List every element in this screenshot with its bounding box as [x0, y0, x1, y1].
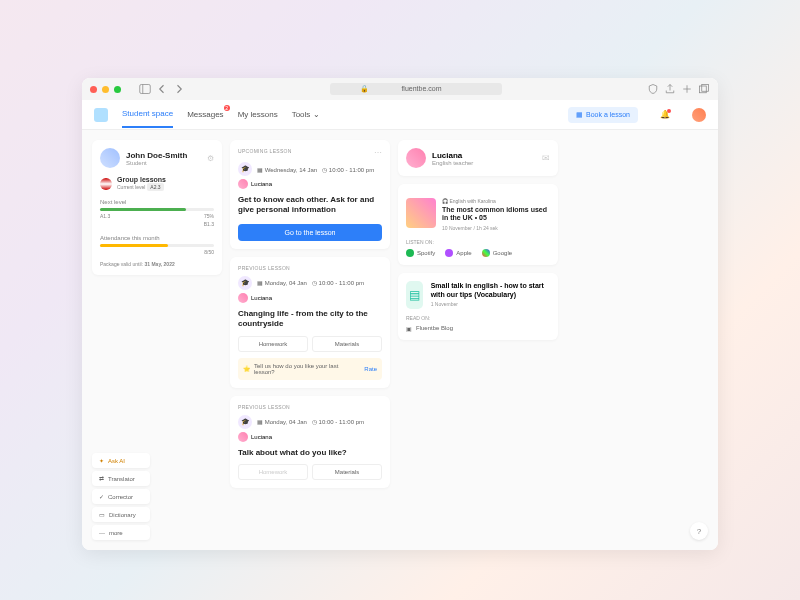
svg-rect-2	[700, 86, 707, 93]
svg-rect-0	[140, 85, 151, 94]
upcoming-title: Get to know each other. Ask for and give…	[238, 195, 382, 216]
materials-button[interactable]: Materials	[312, 464, 382, 480]
tab-my-lessons[interactable]: My lessons	[238, 102, 278, 127]
next-level-label: Next level	[100, 199, 214, 205]
lesson-type-icon: 🎓	[238, 162, 252, 176]
back-icon[interactable]	[156, 83, 168, 95]
podcast-title: The most common idioms used in the UK • …	[442, 206, 550, 223]
feedback-prompt: ⭐Tell us how do you like your last lesso…	[238, 358, 382, 380]
homework-button[interactable]: Homework	[238, 336, 308, 352]
top-nav: Student space Messages2 My lessons Tools…	[82, 100, 718, 130]
chevron-down-icon: ⌄	[313, 110, 320, 119]
translate-icon: ⇄	[99, 475, 104, 482]
current-level-label: Current levelA2.3	[117, 183, 166, 191]
tutor-avatar-sm	[238, 179, 248, 189]
more-icon[interactable]: ⋯	[374, 148, 382, 157]
tool-ask-ai[interactable]: ✦Ask AI	[92, 453, 150, 468]
listen-google[interactable]: Google	[482, 249, 512, 257]
prev1-title: Changing life - from the city to the cou…	[238, 309, 382, 330]
google-icon	[482, 249, 490, 257]
rate-button[interactable]: Rate	[364, 366, 377, 372]
forward-icon[interactable]	[173, 83, 185, 95]
podcast-card: 🎧 English with Karolina The most common …	[398, 184, 558, 265]
blog-card: ▤ Small talk in english - how to start w…	[398, 273, 558, 340]
upcoming-lesson-card: UPCOMING LESSON⋯ 🎓▦ Wednesday, 14 Jan ◷ …	[230, 140, 390, 249]
tutor-avatar-sm	[238, 293, 248, 303]
lesson-type-icon: 🎓	[238, 276, 252, 290]
sidebar-toggle-icon[interactable]	[139, 83, 151, 95]
more-icon: ⋯	[99, 529, 105, 536]
upcoming-tag: UPCOMING LESSON	[238, 148, 292, 157]
go-to-lesson-button[interactable]: Go to the lesson	[238, 224, 382, 241]
materials-button[interactable]: Materials	[312, 336, 382, 352]
profile-avatar	[100, 148, 120, 168]
attendance-label: Attendance this month	[100, 235, 214, 241]
tab-tools[interactable]: Tools ⌄	[292, 102, 320, 127]
clock-icon: ◷	[322, 167, 327, 173]
tutor-avatar-sm	[238, 432, 248, 442]
notifications-icon[interactable]: 🔔	[660, 110, 670, 120]
lesson-type-icon: 🎓	[238, 415, 252, 429]
floating-tools: ✦Ask AI ⇄Translator ✓Corrector ▭Dictiona…	[92, 453, 150, 540]
star-icon: ⭐	[243, 365, 250, 372]
url-bar[interactable]: 🔒 fluentbe.com	[190, 83, 642, 95]
content: John Doe-SmithStudent ⚙ Group lessonsCur…	[82, 130, 718, 550]
spotify-icon	[406, 249, 414, 257]
calendar-icon: ▦	[257, 419, 263, 425]
close-dot[interactable]	[90, 86, 97, 93]
calendar-icon: ▦	[257, 280, 263, 286]
listen-spotify[interactable]: Spotify	[406, 249, 435, 257]
plus-icon[interactable]	[681, 83, 693, 95]
profile-role: Student	[126, 160, 187, 166]
attendance-bar	[100, 244, 214, 247]
share-icon[interactable]	[664, 83, 676, 95]
book-lesson-button[interactable]: ▦Book a lesson	[568, 107, 638, 123]
minimize-dot[interactable]	[102, 86, 109, 93]
gear-icon[interactable]: ⚙	[207, 154, 214, 163]
clock-icon: ◷	[312, 280, 317, 286]
tutor-card: LucianaEnglish teacher✉	[398, 140, 558, 176]
book-icon: ▭	[99, 511, 105, 518]
flag-icon	[100, 178, 112, 190]
shield-icon[interactable]	[647, 83, 659, 95]
group-lessons-label: Group lessons	[117, 176, 166, 183]
podcast-thumbnail	[406, 198, 436, 228]
prev2-title: Talk about what do you like?	[238, 448, 382, 458]
tabs-icon[interactable]	[698, 83, 710, 95]
tool-translator[interactable]: ⇄Translator	[92, 471, 150, 486]
tab-student-space[interactable]: Student space	[122, 101, 173, 128]
tool-more[interactable]: ⋯more	[92, 525, 150, 540]
help-button[interactable]: ?	[690, 522, 708, 540]
tool-corrector[interactable]: ✓Corrector	[92, 489, 150, 504]
calendar-icon: ▦	[257, 167, 263, 173]
blog-title: Small talk in english - how to start wit…	[431, 281, 550, 299]
check-icon: ✓	[99, 493, 104, 500]
logo[interactable]	[94, 108, 108, 122]
svg-rect-3	[702, 85, 709, 92]
user-avatar[interactable]	[692, 108, 706, 122]
blog-icon: ▣	[406, 325, 412, 332]
tutor-avatar	[406, 148, 426, 168]
tool-dictionary[interactable]: ▭Dictionary	[92, 507, 150, 522]
calendar-icon: ▦	[576, 111, 583, 119]
app-window: 🔒 fluentbe.com Student space Messages2 M…	[82, 78, 718, 550]
package-valid: Package valid until: 31 May, 2022	[100, 261, 214, 267]
tab-messages[interactable]: Messages2	[187, 102, 223, 127]
profile-name: John Doe-Smith	[126, 151, 187, 160]
headphones-icon: 🎧	[442, 198, 448, 204]
blog-link[interactable]: ▣Fluentbe Blog	[406, 325, 550, 332]
apple-icon	[445, 249, 453, 257]
listen-apple[interactable]: Apple	[445, 249, 471, 257]
titlebar: 🔒 fluentbe.com	[82, 78, 718, 100]
previous-lesson-card-2: PREVIOUS LESSON 🎓▦ Monday, 04 Jan ◷ 10:0…	[230, 396, 390, 488]
messages-badge: 2	[224, 105, 230, 111]
sparkle-icon: ✦	[99, 457, 104, 464]
article-icon: ▤	[406, 281, 423, 309]
homework-button-disabled: Homework	[238, 464, 308, 480]
mail-icon[interactable]: ✉	[542, 153, 550, 163]
maximize-dot[interactable]	[114, 86, 121, 93]
profile-card: John Doe-SmithStudent ⚙ Group lessonsCur…	[92, 140, 222, 275]
clock-icon: ◷	[312, 419, 317, 425]
previous-lesson-card-1: PREVIOUS LESSON 🎓▦ Monday, 04 Jan ◷ 10:0…	[230, 257, 390, 388]
next-level-bar	[100, 208, 214, 211]
